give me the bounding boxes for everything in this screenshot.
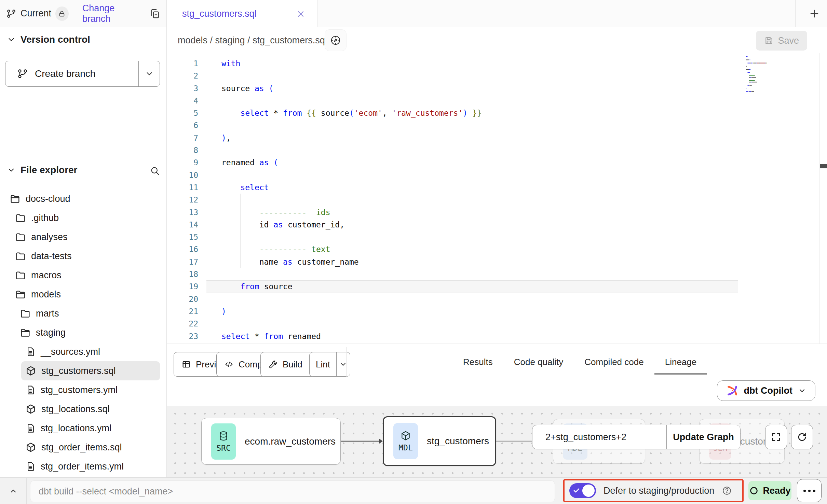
create-branch-main[interactable]: Create branch (5, 61, 139, 86)
code-line: with (221, 57, 482, 70)
folder-icon (20, 308, 31, 319)
code-line: from source (221, 280, 482, 293)
create-branch-button[interactable]: Create branch (5, 61, 160, 87)
code-line (221, 268, 482, 280)
tree-item-staging[interactable]: staging (0, 323, 167, 342)
help-icon[interactable] (722, 486, 732, 496)
tree-item--sources-yml[interactable]: __sources.yml (0, 342, 167, 361)
code-line: name as customer_name (221, 256, 482, 268)
cube-icon (400, 430, 411, 441)
tab-lineage[interactable]: Lineage (665, 344, 697, 380)
copy-icon[interactable] (149, 8, 160, 19)
lineage-node-source[interactable]: SRC ecom.raw_customers (201, 418, 341, 465)
tree-item-label: stg_customers.yml (41, 385, 118, 395)
tree-item-stg-customers-yml[interactable]: stg_customers.yml (0, 380, 167, 400)
line-number: 18 (167, 268, 198, 280)
floppy-icon (764, 36, 774, 45)
lint-dropdown[interactable] (336, 352, 350, 376)
code-line: ---------- text (221, 243, 482, 255)
code-editor[interactable]: 1234567891011121314151617181920212223 wi… (167, 53, 827, 344)
lineage-canvas[interactable]: SRC ecom.raw_customers MDL stg_customers… (167, 406, 827, 477)
line-number: 6 (167, 119, 198, 131)
version-control-header[interactable]: Version control (7, 34, 90, 45)
tree-item--github[interactable]: .github (0, 208, 167, 227)
create-branch-dropdown[interactable] (139, 61, 160, 86)
code-line: ) (221, 305, 482, 318)
change-branch-link[interactable]: Change branch (82, 3, 140, 24)
source-badge: SRC (211, 423, 236, 460)
code-line: renamed as ( (221, 156, 482, 169)
create-branch-label: Create branch (35, 68, 95, 79)
collapse-panel-button[interactable] (6, 484, 21, 498)
status-badge[interactable]: Ready (748, 481, 791, 500)
tree-item-label: __sources.yml (41, 347, 100, 357)
file-icon (25, 461, 36, 472)
line-number: 22 (167, 318, 198, 330)
tree-item-stg-locations-sql[interactable]: stg_locations.sql (0, 400, 167, 419)
breadcrumb-row: models / staging / stg_customers.sql Sav… (167, 27, 827, 53)
lint-button[interactable]: Lint (309, 352, 350, 377)
database-icon (218, 431, 229, 442)
file-icon (25, 385, 36, 395)
tree-item-marts[interactable]: marts (0, 304, 167, 323)
close-icon[interactable] (296, 9, 306, 19)
node-label: ecom.raw_customers (245, 436, 336, 447)
folder-icon (15, 251, 26, 262)
ellipsis-icon (803, 490, 806, 492)
git-branch-icon (6, 9, 16, 19)
lineage-selector-input[interactable] (532, 425, 667, 449)
command-input[interactable] (30, 480, 555, 502)
toolbar-divider (346, 347, 347, 377)
line-number: 14 (167, 219, 198, 231)
file-icon (25, 423, 36, 433)
tree-item-stg-order-items-yml[interactable]: stg_order_items.yml (0, 457, 167, 476)
tree-item-models[interactable]: models (0, 285, 167, 304)
refresh-button[interactable] (791, 425, 813, 449)
fullscreen-button[interactable] (765, 425, 787, 449)
line-number: 5 (167, 107, 198, 119)
save-button[interactable]: Save (756, 31, 807, 51)
tree-item-macros[interactable]: macros (0, 266, 167, 285)
cube-icon (25, 404, 36, 415)
line-number: 15 (167, 231, 198, 243)
defer-label: Defer to staging/production (604, 486, 714, 496)
tree-item-data-tests[interactable]: data-tests (0, 247, 167, 266)
tree-item-docs-cloud[interactable]: docs-cloud (0, 189, 167, 208)
tree-item-label: docs-cloud (26, 194, 70, 204)
tab-code-quality[interactable]: Code quality (514, 344, 564, 380)
table-icon (181, 360, 191, 369)
scrollbar-handle[interactable] (820, 164, 827, 168)
tree-item-stg-locations-yml[interactable]: stg_locations.yml (0, 419, 167, 438)
code-line: source as ( (221, 82, 482, 95)
tab-stg-customers[interactable]: stg_customers.sql (167, 0, 317, 28)
line-number: 8 (167, 144, 198, 156)
lineage-node-stg-customers[interactable]: MDL stg_customers (383, 416, 496, 466)
line-number: 11 (167, 181, 198, 194)
compass-icon[interactable] (325, 29, 347, 51)
current-branch-label: Current (21, 8, 51, 19)
tab-compiled-code[interactable]: Compiled code (584, 344, 643, 380)
file-explorer-header[interactable]: File explorer (7, 165, 160, 176)
chevron-down-icon (7, 35, 16, 44)
folder-open-icon (10, 193, 21, 204)
code-line (221, 194, 482, 206)
chevron-up-icon (9, 486, 18, 496)
defer-toggle[interactable] (569, 483, 596, 498)
minimap[interactable] (744, 55, 789, 96)
line-number: 3 (167, 82, 198, 95)
model-badge: MDL (393, 423, 418, 459)
search-icon[interactable] (150, 165, 160, 176)
tree-item-stg-customers-sql[interactable]: stg_customers.sql (21, 361, 160, 380)
tree-item-label: data-tests (31, 251, 72, 262)
tree-item-stg-order-items-sql[interactable]: stg_order_items.sql (0, 438, 167, 457)
tree-item-analyses[interactable]: analyses (0, 227, 167, 247)
tree-item-label: macros (31, 270, 62, 281)
lint-label: Lint (316, 359, 330, 370)
tab-results[interactable]: Results (463, 344, 493, 380)
update-graph-button[interactable]: Update Graph (667, 425, 740, 449)
tree-item-label: stg_locations.sql (41, 404, 110, 415)
more-options-button[interactable] (797, 479, 822, 502)
new-tab-button[interactable] (802, 0, 827, 27)
minimap-separator (819, 53, 820, 344)
dbt-copilot-button[interactable]: dbt Copilot (717, 380, 815, 401)
